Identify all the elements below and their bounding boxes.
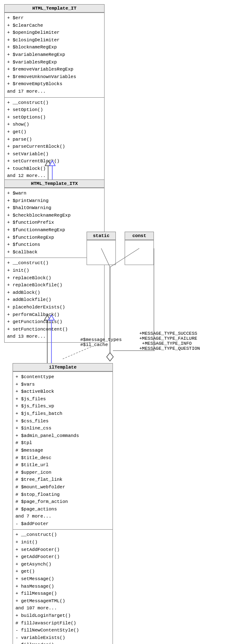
const-title: const [125,232,153,240]
static-content [87,240,115,259]
html-template-it-attributes: + $err + $clearCache + $openingDelimiter… [5,13,104,97]
html-template-itx-title: HTML_Template_ITX [5,180,104,188]
static-title: static [87,232,115,240]
html-template-it-box: HTML_Template_IT + $err + $clearCache + … [4,4,105,182]
svg-line-14 [63,346,92,359]
const-box: const [125,232,154,265]
html-template-it-methods: + __construct() + setOption() + setOptio… [5,97,104,182]
iltemplate-methods: + __construct() + init() + setAddFooter(… [13,529,112,644]
html-template-itx-methods: + __construct() + init() + replaceBlock(… [5,258,104,342]
diagram-container: HTML_Template_IT + $err + $clearCache + … [0,0,225,644]
iltemplate-attributes: + $contenttype + $vars + $activeBlock + … [13,371,112,529]
const-content [125,240,153,259]
svg-marker-8 [107,353,113,361]
iltemplate-title: ilTemplate [13,364,112,371]
association-label-1: #$message_types#$il_cache [80,337,122,347]
static-box: static [87,232,116,265]
association-label-2: +MESSAGE_TYPE_SUCCESS+MESSAGE_TYPE_FAILU… [139,331,200,351]
html-template-it-title: HTML_Template_IT [5,5,104,13]
iltemplate-box: ilTemplate + $contenttype + $vars + $act… [13,363,113,644]
